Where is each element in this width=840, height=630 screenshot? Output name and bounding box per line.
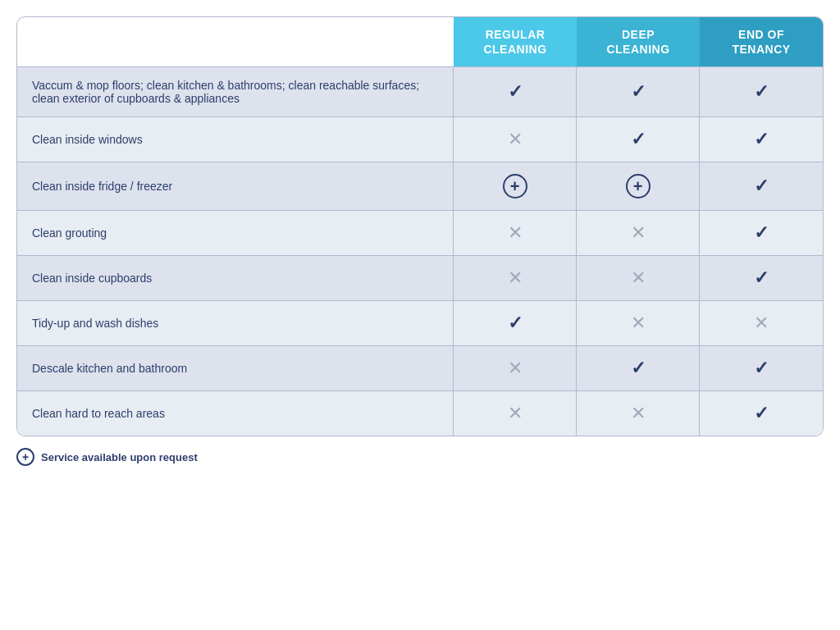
cross-icon: ✕ xyxy=(631,313,646,334)
table-row: Clean hard to reach areas✕✕✓ xyxy=(17,390,823,436)
regular-cell: ✕ xyxy=(454,345,577,390)
deep-cleaning-header: DEEPCLEANING xyxy=(577,17,700,66)
cross-icon: ✕ xyxy=(508,358,523,379)
feature-cell: Tidy-up and wash dishes xyxy=(17,300,454,345)
check-icon: ✓ xyxy=(754,358,769,379)
deep-cell: ✓ xyxy=(577,345,700,390)
table-row: Clean inside fridge / freezer++✓ xyxy=(17,162,823,210)
feature-column-header xyxy=(17,17,454,66)
feature-cell: Clean inside cupboards xyxy=(17,255,454,300)
check-icon: ✓ xyxy=(631,129,646,150)
table-row: Clean grouting✕✕✓ xyxy=(17,210,823,255)
tenancy-cell: ✕ xyxy=(700,300,823,345)
feature-cell: Clean grouting xyxy=(17,210,454,255)
check-icon: ✓ xyxy=(754,403,769,424)
cross-icon: ✕ xyxy=(631,267,646,289)
check-icon: ✓ xyxy=(631,81,646,103)
check-icon: ✓ xyxy=(631,358,646,379)
cross-icon: ✕ xyxy=(754,313,769,334)
table-row: Vaccum & mop floors; clean kitchen & bat… xyxy=(17,66,823,116)
check-icon: ✓ xyxy=(754,129,769,150)
check-icon: ✓ xyxy=(508,313,523,334)
feature-cell: Clean hard to reach areas xyxy=(17,390,454,436)
comparison-table: REGULARCLEANING DEEPCLEANING END OFTENAN… xyxy=(16,16,824,436)
footer-plus-icon: + xyxy=(16,448,34,466)
end-of-tenancy-header: END OFTENANCY xyxy=(700,17,823,66)
regular-cell: ✕ xyxy=(454,116,577,162)
regular-cell: + xyxy=(454,162,577,210)
cross-icon: ✕ xyxy=(508,267,523,289)
deep-cell: ✕ xyxy=(577,300,700,345)
footer-note: + Service available upon request xyxy=(16,448,824,466)
tenancy-cell: ✓ xyxy=(700,210,823,255)
regular-cleaning-header: REGULARCLEANING xyxy=(454,17,577,66)
deep-cell: ✓ xyxy=(577,66,700,116)
table-row: Clean inside windows✕✓✓ xyxy=(17,116,823,162)
cross-icon: ✕ xyxy=(508,222,523,244)
footer-note-text: Service available upon request xyxy=(41,451,198,463)
check-icon: ✓ xyxy=(754,222,769,244)
check-icon: ✓ xyxy=(754,267,769,289)
feature-cell: Vaccum & mop floors; clean kitchen & bat… xyxy=(17,66,454,116)
table-row: Clean inside cupboards✕✕✓ xyxy=(17,255,823,300)
tenancy-cell: ✓ xyxy=(700,116,823,162)
tenancy-cell: ✓ xyxy=(700,345,823,390)
check-icon: ✓ xyxy=(754,81,769,103)
deep-cell: ✓ xyxy=(577,116,700,162)
table-row: Tidy-up and wash dishes✓✕✕ xyxy=(17,300,823,345)
check-icon: ✓ xyxy=(508,81,523,103)
check-icon: ✓ xyxy=(754,176,769,197)
cross-icon: ✕ xyxy=(508,403,523,424)
regular-cell: ✓ xyxy=(454,300,577,345)
deep-cell: ✕ xyxy=(577,390,700,436)
deep-cell: ✕ xyxy=(577,255,700,300)
plus-icon: + xyxy=(626,174,651,199)
cross-icon: ✕ xyxy=(631,222,646,244)
tenancy-cell: ✓ xyxy=(700,255,823,300)
regular-cell: ✕ xyxy=(454,210,577,255)
regular-cell: ✕ xyxy=(454,390,577,436)
feature-cell: Clean inside windows xyxy=(17,116,454,162)
table-row: Descale kitchen and bathroom✕✓✓ xyxy=(17,345,823,390)
cross-icon: ✕ xyxy=(631,403,646,424)
deep-cell: + xyxy=(577,162,700,210)
tenancy-cell: ✓ xyxy=(700,162,823,210)
feature-cell: Clean inside fridge / freezer xyxy=(17,162,454,210)
feature-cell: Descale kitchen and bathroom xyxy=(17,345,454,390)
tenancy-cell: ✓ xyxy=(700,66,823,116)
deep-cell: ✕ xyxy=(577,210,700,255)
table-header-row: REGULARCLEANING DEEPCLEANING END OFTENAN… xyxy=(17,17,823,66)
cross-icon: ✕ xyxy=(508,129,523,150)
regular-cell: ✕ xyxy=(454,255,577,300)
plus-icon: + xyxy=(503,174,527,199)
regular-cell: ✓ xyxy=(454,66,577,116)
tenancy-cell: ✓ xyxy=(700,390,823,436)
